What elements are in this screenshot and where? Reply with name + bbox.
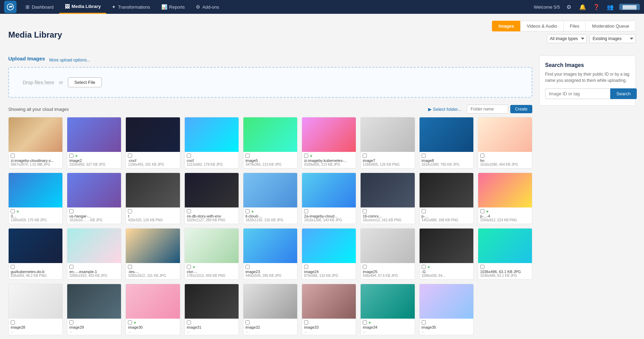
image-checkbox[interactable] <box>69 320 73 325</box>
image-checkbox[interactable] <box>187 320 191 325</box>
image-checkbox[interactable] <box>128 265 132 269</box>
image-card[interactable]: 16-comrx...16comrx12, 161 KB PNG <box>360 173 415 224</box>
image-card[interactable]: image81616x1080, 760 KB JPG <box>419 117 474 168</box>
image-checkbox[interactable] <box>69 209 73 213</box>
image-checkbox[interactable] <box>11 320 15 325</box>
image-checkbox[interactable] <box>128 209 132 213</box>
image-checkbox[interactable] <box>363 209 367 213</box>
image-card[interactable]: ★image23326x892, 627 KB JPG <box>67 117 121 168</box>
image-card[interactable]: p-...1452x886, 188 KB PNG <box>419 173 474 224</box>
image-card[interactable]: image234450x545, 395 KB JPG <box>243 228 298 280</box>
image-thumbnail <box>478 173 532 207</box>
image-card[interactable]: 1036x496, 63.1 KB JPG1036x496, 63.1 KB J… <box>478 228 532 280</box>
image-type-filter[interactable]: All image typesJPGPNGGIFSVGWEBP <box>547 34 587 43</box>
image-checkbox[interactable] <box>245 265 250 269</box>
image-card[interactable]: ★it-cloud-...1828x1192, 216 KB JPG <box>243 173 298 224</box>
image-checkbox[interactable] <box>245 209 250 213</box>
nav-item-reports-label: Reports <box>169 4 185 10</box>
image-card[interactable]: gui/kubernetes-do-b836x659, 46.2 KB PNG <box>8 228 63 280</box>
image-checkbox[interactable] <box>363 265 367 269</box>
image-checkbox[interactable] <box>245 154 250 158</box>
nav-item-addons[interactable]: ⚙ Add-ons <box>190 0 224 14</box>
image-card[interactable]: ★p-...-41504x912, 224 KB PNG <box>478 173 532 224</box>
image-card[interactable]: ★-G1086x436, 64... <box>419 228 474 280</box>
notifications-icon[interactable]: 🔔 <box>578 2 587 12</box>
image-checkbox[interactable] <box>480 265 484 269</box>
image-checkbox[interactable] <box>422 320 426 325</box>
image-card[interactable]: image24879x588, 133 KB JPG <box>302 228 356 280</box>
image-checkbox[interactable] <box>480 209 484 213</box>
tab-files[interactable]: Files <box>563 21 585 31</box>
tab-videos-audio[interactable]: Videos & Audio <box>520 21 563 31</box>
nav-item-media-library[interactable]: 🖼 Media Library <box>59 0 107 14</box>
image-card[interactable]: cncf1213x682, 179 KB JPG <box>184 117 239 168</box>
image-card[interactable]: ★zi-imageby-kubernetes-...4109x605, 213 … <box>302 117 356 168</box>
image-checkbox[interactable] <box>304 154 308 158</box>
users-icon[interactable]: 👥 <box>605 2 615 12</box>
search-button[interactable]: Search <box>610 88 637 99</box>
create-folder-button[interactable]: Create <box>510 105 532 113</box>
image-checkbox[interactable] <box>11 209 15 213</box>
image-card[interactable]: image35... <box>419 284 474 335</box>
image-card[interactable]: 2a-imageby-cloud...1816x1206, 143 KB JPG <box>302 173 356 224</box>
image-checkbox[interactable] <box>363 154 367 158</box>
more-upload-options-link[interactable]: More upload options... <box>49 58 90 62</box>
image-checkbox[interactable] <box>304 320 308 325</box>
image-card[interactable]: -cncf1194x455, 291 KB JPG <box>125 117 180 168</box>
tab-images[interactable]: Images <box>492 21 520 31</box>
image-checkbox[interactable] <box>69 265 73 269</box>
nav-item-reports[interactable]: 📊 Reports <box>156 0 191 14</box>
select-file-button[interactable]: Select File <box>68 77 102 87</box>
image-checkbox[interactable] <box>304 209 308 213</box>
folder-name-input[interactable] <box>467 105 508 114</box>
image-card[interactable]: -tes-...3280x2622, 101 KB JPG <box>125 228 180 280</box>
image-card[interactable]: image32... <box>243 284 298 335</box>
image-card[interactable]: ★ctor-...1781x1513, 459 KB PNG <box>184 228 239 280</box>
image-card[interactable]: image31... <box>184 284 239 335</box>
image-status-icon: ★ <box>75 154 78 158</box>
nav-item-dashboard[interactable]: ⊞ Dashboard <box>20 0 59 14</box>
search-input[interactable] <box>545 88 610 99</box>
image-checkbox[interactable] <box>11 265 15 269</box>
image-checkbox[interactable] <box>304 265 308 269</box>
image-card[interactable]: en-...-example-13280x1910, 493 KB JPG <box>67 228 121 280</box>
nav-item-transformations[interactable]: ✦ Transformations <box>106 0 155 14</box>
image-checkbox[interactable] <box>480 154 484 158</box>
select-folder-link[interactable]: ▶ Select folder... <box>428 107 461 112</box>
help-icon[interactable]: ❓ <box>592 2 601 12</box>
image-checkbox[interactable] <box>422 209 426 213</box>
image-card[interactable]: image25938x494, 57.6 KB JPG <box>360 228 415 280</box>
image-card[interactable]: image53479x365, 213 KB JPG <box>243 117 298 168</box>
image-checkbox[interactable] <box>128 154 132 158</box>
image-checkbox[interactable] <box>128 320 132 325</box>
image-checkbox[interactable] <box>422 265 426 269</box>
upload-dropzone[interactable]: Drop files here or Select File <box>8 67 532 98</box>
settings-icon[interactable]: ⚙ <box>564 2 574 12</box>
logo[interactable] <box>4 1 17 13</box>
image-thumbnail <box>67 173 121 207</box>
image-card[interactable]: image28... <box>8 284 63 335</box>
image-checkbox[interactable] <box>245 320 250 325</box>
image-card[interactable]: zi-imageby-cloudinary-s...5867x2874, 1.0… <box>8 117 63 168</box>
image-checkbox[interactable] <box>69 154 73 158</box>
image-card[interactable]: image33... <box>302 284 356 335</box>
image-card[interactable]: hn1616x1080, 464 KB JPG <box>478 117 532 168</box>
existing-images-filter[interactable]: Existing imagesRecently uploadedAll reso… <box>590 34 636 43</box>
image-checkbox[interactable] <box>11 154 15 158</box>
user-avatar[interactable]: ▓▓▓▓▓ <box>619 4 640 10</box>
image-checkbox[interactable] <box>187 209 191 213</box>
image-card[interactable]: t420x320, 126 KB PNG <box>125 173 180 224</box>
image-checkbox[interactable] <box>363 320 367 325</box>
image-card[interactable]: image71169x805, 126 KB PNG <box>360 117 415 168</box>
image-checkbox[interactable] <box>422 154 426 158</box>
image-checkbox[interactable] <box>187 265 191 269</box>
image-card[interactable]: ce-db-story-with-env1029x1127, 289 KB PN… <box>184 173 239 224</box>
image-card[interactable]: image29... <box>67 284 121 335</box>
image-checkbox[interactable] <box>187 154 191 158</box>
image-card[interactable]: ★3...1395x929, 175 KB JPG <box>8 173 63 224</box>
tab-moderation-queue[interactable]: Moderation Queue <box>585 21 636 31</box>
image-card-meta: ★image34... <box>361 319 414 335</box>
image-card[interactable]: ★image34... <box>360 284 415 335</box>
image-card[interactable]: us-hangar-...1616x10..., ...KB JPG <box>67 173 121 224</box>
image-card[interactable]: ★image30... <box>125 284 180 335</box>
